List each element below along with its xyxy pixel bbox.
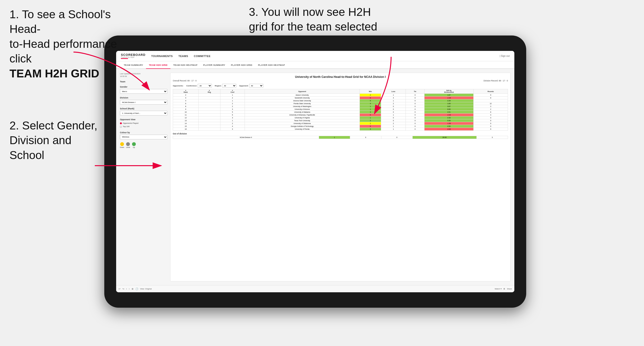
table-row: 6 2 Florida State University 4 2 0 1.83 …	[173, 102, 508, 105]
view-label: View: Original	[140, 288, 152, 290]
rank: 6	[173, 102, 199, 105]
region-filter[interactable]: All	[222, 84, 236, 88]
conf: 3	[220, 128, 244, 131]
opponent-view-label: Opponent View	[120, 118, 167, 121]
tab-player-h2h-grid[interactable]: PLAYER H2H GRID	[228, 61, 255, 69]
tie: 0	[406, 116, 424, 119]
colour-select[interactable]: Win/loss	[120, 135, 167, 139]
loss: 0	[381, 116, 406, 119]
col-conf: #Conf	[220, 89, 244, 94]
opponent-filter[interactable]: All	[249, 84, 263, 88]
grid-panel: University of North Carolina Head-to-Hea…	[170, 73, 510, 281]
reg	[198, 94, 220, 97]
sign-out[interactable]: | Sign out	[500, 55, 510, 57]
reg	[198, 122, 220, 125]
col-reg: #Reg	[198, 89, 220, 94]
rank: 15	[173, 125, 199, 128]
radio-dot-top100	[120, 126, 122, 128]
loss: 4	[381, 97, 406, 99]
win: 0	[360, 125, 381, 128]
h2h-table: #Rank #Reg #Conf Opponent Win Loss Tie D…	[173, 89, 508, 131]
reg	[198, 114, 220, 116]
col-tie: Tie	[406, 89, 424, 94]
rank: 10	[173, 111, 199, 114]
annotation-2: 2. Select Gender, Division and School	[10, 118, 118, 163]
out-rounds: 3	[477, 136, 508, 139]
rounds: 2	[474, 108, 508, 111]
back-icon[interactable]: ‹	[126, 288, 127, 290]
share-icon[interactable]: ⊞	[504, 288, 505, 290]
diff: -6.62	[424, 128, 473, 131]
division-select[interactable]: NCAA Division I	[120, 100, 167, 105]
undo-icon[interactable]: ↩	[118, 288, 120, 290]
share-label[interactable]: Share	[507, 288, 512, 290]
out-table: NCAA Division II 1 0 0 26.00 3	[173, 136, 508, 139]
out-table-row: NCAA Division II 1 0 0 26.00 3	[173, 136, 508, 139]
gender-select[interactable]: Men's	[120, 89, 167, 94]
conf: 2	[220, 102, 244, 105]
opponent-view-section: Opponent View Opponents Played Top 100	[120, 118, 167, 129]
col-loss: Loss	[381, 89, 406, 94]
rank: 13	[173, 119, 199, 122]
gender-section: Gender Men's	[120, 86, 167, 94]
conf: 1	[220, 99, 244, 102]
colour-label: Colour by	[120, 131, 167, 134]
reg	[198, 99, 220, 102]
rounds: 9	[474, 128, 508, 131]
diff: -2.29	[424, 97, 473, 99]
conf: 2	[220, 105, 244, 108]
school-section: School (Rank) 1. University of Nort...	[120, 107, 167, 116]
tie: 0	[406, 97, 424, 99]
out-of-division-label: Out of division	[173, 133, 508, 135]
tab-player-summary[interactable]: PLAYER SUMMARY	[200, 61, 228, 69]
radio-top100[interactable]: Top 100	[120, 125, 167, 128]
opponent-name: Florida State University	[244, 102, 360, 105]
annotation-3: 3. You will now see H2H grid for the tea…	[249, 5, 410, 34]
school-label: School (Rank)	[120, 107, 167, 110]
diff: 5.56	[424, 119, 473, 122]
rounds: 8	[474, 111, 508, 114]
reg	[198, 111, 220, 114]
gender-label: Gender	[120, 86, 167, 88]
opponent-name: University of Virginia	[244, 116, 360, 119]
win: 3	[360, 111, 381, 114]
opponent-name: Vanderbilt University	[244, 97, 360, 99]
tie: 0	[406, 102, 424, 105]
clock-icon[interactable]: 🕐	[135, 288, 138, 290]
conf: 1	[220, 119, 244, 122]
conf-filter[interactable]: All	[198, 84, 212, 88]
diff: 2.29	[424, 99, 473, 102]
zoom-icon[interactable]: ⊕	[132, 288, 134, 290]
diff: 2.33	[424, 116, 473, 119]
opponents-label: Opponents:	[173, 85, 184, 87]
loss: 2	[381, 102, 406, 105]
conf: 6	[220, 114, 244, 116]
tablet-screen: SCOREBOARD Powered by clippit TOURNAMENT…	[116, 51, 514, 292]
radio-opponents-played[interactable]: Opponents Played	[120, 122, 167, 125]
col-diff: Diff AvStrokes/Rnd	[424, 89, 473, 94]
rank: 16	[173, 128, 199, 131]
tie: 0	[406, 105, 424, 108]
table-row: 12 3 University of Virginia 1 0 0 2.33 3	[173, 116, 508, 119]
school-select[interactable]: 1. University of Nort...	[120, 111, 167, 116]
reg	[198, 102, 220, 105]
nav-tournaments[interactable]: TOURNAMENTS	[151, 55, 173, 57]
table-row: 10 5 University of Alabama 3 0 0 2.61 8	[173, 111, 508, 114]
watch-label[interactable]: Watch ▾	[495, 288, 502, 290]
redo-icon[interactable]: ↪	[122, 288, 124, 290]
out-tie: 0	[382, 136, 413, 139]
nav-committee[interactable]: COMMITTEE	[194, 55, 211, 57]
tab-team-h2h-grid[interactable]: TEAM H2H GRID	[146, 61, 170, 69]
win: 4	[360, 102, 381, 105]
tab-team-h2h-heatmap[interactable]: TEAM H2H HEATMAP	[170, 61, 200, 69]
win: 3	[360, 128, 381, 131]
tab-player-h2h-heatmap[interactable]: PLAYER H2H HEATMAP	[255, 61, 288, 69]
opponent-name: University of Alabama	[244, 111, 360, 114]
radio-group: Opponents Played Top 100	[120, 122, 167, 129]
diff: -4.33	[424, 114, 473, 116]
main-content: Last Updated: 27/03/2024 16:55:38 Team G…	[116, 69, 514, 285]
tie: 0	[406, 108, 424, 111]
loss: 1	[381, 114, 406, 116]
nav-teams[interactable]: TEAMS	[178, 55, 188, 57]
forward-icon[interactable]: ›	[129, 288, 130, 290]
